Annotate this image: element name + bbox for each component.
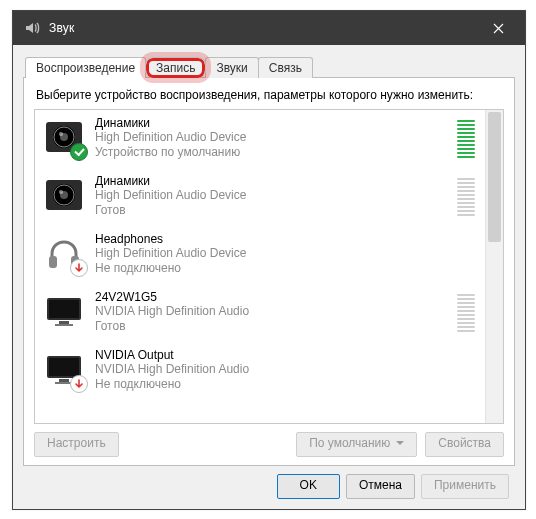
ok-button[interactable]: OK [277,474,340,499]
configure-button[interactable]: Настроить [34,432,119,457]
device-driver: NVIDIA High Definition Audio [95,362,449,377]
device-text: ДинамикиHigh Definition Audio DeviceГото… [95,174,447,218]
dialog-button-row: OK Отмена Применить [23,466,515,501]
cancel-button[interactable]: Отмена [346,474,415,499]
device-driver: High Definition Audio Device [95,246,449,261]
status-down-icon [70,259,88,277]
scrollbar[interactable] [485,110,503,423]
svg-rect-18 [59,379,69,382]
panel-button-row: Настроить По умолчанию Свойства [34,432,504,457]
device-driver: High Definition Audio Device [95,188,447,203]
device-row[interactable]: 24V2W1G5NVIDIA High Definition AudioГото… [35,284,485,342]
properties-button[interactable]: Свойства [425,432,504,457]
tab-2[interactable]: Звуки [205,57,258,78]
device-driver: High Definition Audio Device [95,130,447,145]
svg-rect-13 [49,300,79,318]
tab-0[interactable]: Воспроизведение [25,57,146,78]
close-button[interactable] [477,11,519,45]
apply-button[interactable]: Применить [421,474,509,499]
svg-point-4 [59,132,63,136]
device-text: HeadphonesHigh Definition Audio DeviceНе… [95,232,449,276]
device-status: Готов [95,203,447,218]
device-list[interactable]: ДинамикиHigh Definition Audio DeviceУстр… [35,110,485,423]
level-meter [457,176,475,216]
client-area: ВоспроизведениеЗаписьЗвукиСвязь Выберите… [13,45,525,509]
device-driver: NVIDIA High Definition Audio [95,304,447,319]
headphones-icon [43,232,85,274]
device-row[interactable]: HeadphonesHigh Definition Audio DeviceНе… [35,226,485,284]
tab-3[interactable]: Связь [258,57,313,78]
svg-rect-14 [59,321,69,324]
monitor-icon [43,290,85,332]
device-row[interactable]: NVIDIA OutputNVIDIA High Definition Audi… [35,342,485,400]
level-meter [457,118,475,158]
device-name: 24V2W1G5 [95,290,447,304]
device-list-box: ДинамикиHigh Definition Audio DeviceУстр… [34,109,504,424]
playback-panel: Выберите устройство воспроизведения, пар… [23,77,515,466]
device-row[interactable]: ДинамикиHigh Definition Audio DeviceУстр… [35,110,485,168]
device-status: Не подключено [95,261,449,276]
instruction-text: Выберите устройство воспроизведения, пар… [36,88,504,103]
svg-point-9 [59,190,63,194]
svg-rect-17 [49,358,79,376]
device-text: 24V2W1G5NVIDIA High Definition AudioГото… [95,290,447,334]
speaker-icon [43,116,85,158]
status-down-icon [70,375,88,393]
level-meter [457,292,475,332]
tab-1[interactable]: Запись [145,57,206,78]
set-default-button[interactable]: По умолчанию [296,432,417,457]
device-status: Устройство по умолчанию [95,145,447,160]
svg-rect-10 [49,256,57,268]
device-name: NVIDIA Output [95,348,449,362]
device-status: Готов [95,319,447,334]
svg-rect-15 [55,324,73,326]
monitor-icon [43,348,85,390]
device-name: Динамики [95,174,447,188]
device-row[interactable]: ДинамикиHigh Definition Audio DeviceГото… [35,168,485,226]
status-ok-icon [70,143,88,161]
window-title: Звук [49,21,477,35]
device-status: Не подключено [95,377,449,392]
device-name: Динамики [95,116,447,130]
speaker-icon [43,174,85,216]
sound-icon [23,19,41,37]
tab-strip: ВоспроизведениеЗаписьЗвукиСвязь [25,55,515,77]
sound-dialog: Звук ВоспроизведениеЗаписьЗвукиСвязь Выб… [12,10,526,510]
scroll-thumb[interactable] [488,112,501,242]
device-name: Headphones [95,232,449,246]
device-text: ДинамикиHigh Definition Audio DeviceУстр… [95,116,447,160]
titlebar[interactable]: Звук [13,11,525,45]
device-text: NVIDIA OutputNVIDIA High Definition Audi… [95,348,449,392]
